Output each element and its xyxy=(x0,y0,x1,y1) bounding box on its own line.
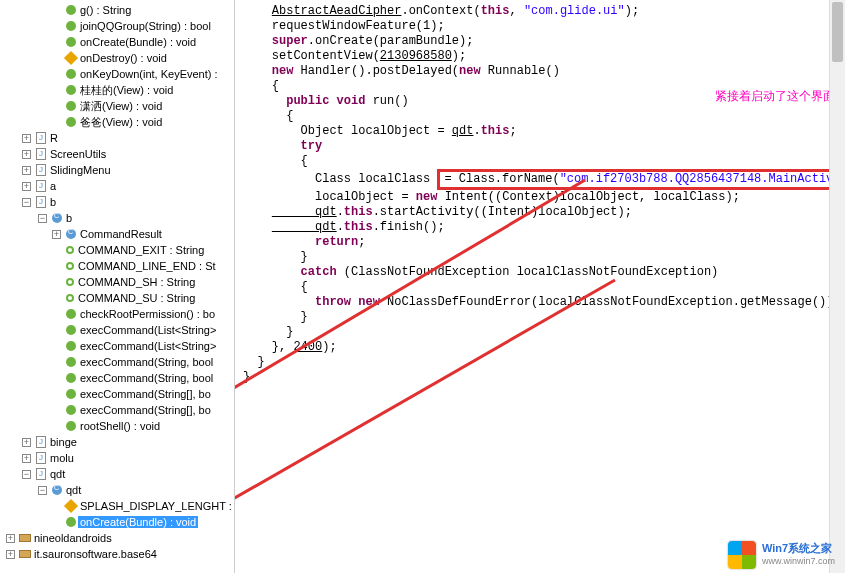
expand-icon[interactable]: + xyxy=(6,550,15,559)
tree-field-exit[interactable]: COMMAND_EXIT : String xyxy=(76,244,206,256)
annotation-text: 紧接着启动了这个界面 xyxy=(715,88,835,105)
tree-method-ondestroy[interactable]: onDestroy() : void xyxy=(78,52,169,64)
tree-exec1[interactable]: execCommand(List<String> xyxy=(78,324,218,336)
tree-method-cn2[interactable]: 潇洒(View) : void xyxy=(78,99,164,114)
collapse-icon[interactable]: − xyxy=(22,470,31,479)
tree-method-g[interactable]: g() : String xyxy=(78,4,133,16)
expand-icon[interactable]: + xyxy=(22,134,31,143)
method-icon xyxy=(66,341,76,351)
tree-method-cn1[interactable]: 桂桂的(View) : void xyxy=(78,83,175,98)
tree-commandresult[interactable]: CommandResult xyxy=(78,228,164,240)
java-file-icon xyxy=(36,452,46,464)
watermark-url: www.winwin7.com xyxy=(762,555,835,568)
java-file-icon xyxy=(36,196,46,208)
method-icon xyxy=(66,117,76,127)
tree-checkroot[interactable]: checkRootPermission() : bo xyxy=(78,308,217,320)
tree-exec4[interactable]: execCommand(String, bool xyxy=(78,372,215,384)
method-icon xyxy=(66,69,76,79)
java-file-icon xyxy=(36,436,46,448)
method-icon xyxy=(66,389,76,399)
expand-icon[interactable]: + xyxy=(22,150,31,159)
method-icon xyxy=(66,21,76,31)
java-file-icon xyxy=(36,132,46,144)
tree-exec3[interactable]: execCommand(String, bool xyxy=(78,356,215,368)
tree-binge[interactable]: binge xyxy=(48,436,79,448)
field-icon xyxy=(66,262,74,270)
watermark-title: Win7系统之家 xyxy=(762,542,835,555)
tree-class-a[interactable]: a xyxy=(48,180,58,192)
tree-class-screenutils[interactable]: ScreenUtils xyxy=(48,148,108,160)
expand-icon[interactable]: + xyxy=(22,166,31,175)
tree-field-sh[interactable]: COMMAND_SH : String xyxy=(76,276,197,288)
watermark: Win7系统之家 www.winwin7.com xyxy=(728,541,835,569)
tree-class-slidingmenu[interactable]: SlidingMenu xyxy=(48,164,113,176)
method-icon xyxy=(66,517,76,527)
method-icon xyxy=(66,405,76,415)
source-code[interactable]: AbstractAeadCipher.onContext(this, "com.… xyxy=(243,4,837,385)
vertical-scrollbar[interactable] xyxy=(829,0,845,573)
tree-innerclass-b[interactable]: b xyxy=(64,212,74,224)
method-icon xyxy=(66,421,76,431)
method-icon xyxy=(66,85,76,95)
tree-nineold[interactable]: nineoldandroids xyxy=(32,532,114,544)
tree-qdt[interactable]: qdt xyxy=(48,468,67,480)
tree-method-oncreate[interactable]: onCreate(Bundle) : void xyxy=(78,36,198,48)
field-icon xyxy=(66,278,74,286)
package-icon xyxy=(19,550,31,558)
class-icon xyxy=(52,485,62,495)
java-file-icon xyxy=(36,164,46,176)
tree-field-lineend[interactable]: COMMAND_LINE_END : St xyxy=(76,260,218,272)
expand-icon[interactable]: + xyxy=(22,438,31,447)
method-icon xyxy=(66,309,76,319)
collapse-icon[interactable]: − xyxy=(38,486,47,495)
java-file-icon xyxy=(36,148,46,160)
tree-splash[interactable]: SPLASH_DISPLAY_LENGHT : xyxy=(78,500,234,512)
expand-icon[interactable]: + xyxy=(6,534,15,543)
method-icon xyxy=(66,37,76,47)
java-file-icon xyxy=(36,180,46,192)
java-file-icon xyxy=(36,468,46,480)
tree-class-r[interactable]: R xyxy=(48,132,60,144)
field-icon xyxy=(66,294,74,302)
tree-method-joinqq[interactable]: joinQQGroup(String) : bool xyxy=(78,20,213,32)
method-icon xyxy=(66,325,76,335)
method-icon xyxy=(66,5,76,15)
tree-molu[interactable]: molu xyxy=(48,452,76,464)
method-icon xyxy=(66,101,76,111)
tree-oncreate-selected[interactable]: onCreate(Bundle) : void xyxy=(78,516,198,528)
tree-class-b[interactable]: b xyxy=(48,196,58,208)
field-icon xyxy=(66,246,74,254)
collapse-icon[interactable]: − xyxy=(38,214,47,223)
watermark-logo-icon xyxy=(728,541,756,569)
scrollbar-thumb[interactable] xyxy=(832,2,843,62)
method-protected-icon xyxy=(64,51,78,65)
tree-rootshell[interactable]: rootShell() : void xyxy=(78,420,162,432)
tree-method-onkeydown[interactable]: onKeyDown(int, KeyEvent) : xyxy=(78,68,220,80)
tree-qdt-class[interactable]: qdt xyxy=(64,484,83,496)
tree-exec5[interactable]: execCommand(String[], bo xyxy=(78,388,213,400)
tree-exec6[interactable]: execCommand(String[], bo xyxy=(78,404,213,416)
highlighted-classforname: = Class.forName("com.if2703b788.QQ285643… xyxy=(437,169,845,190)
expand-icon[interactable]: + xyxy=(52,230,61,239)
tree-exec2[interactable]: execCommand(List<String> xyxy=(78,340,218,352)
tree-sauron[interactable]: it.sauronsoftware.base64 xyxy=(32,548,159,560)
package-icon xyxy=(19,534,31,542)
method-icon xyxy=(66,373,76,383)
tree-method-cn3[interactable]: 爸爸(View) : void xyxy=(78,115,164,130)
code-editor[interactable]: AbstractAeadCipher.onContext(this, "com.… xyxy=(235,0,845,573)
collapse-icon[interactable]: − xyxy=(22,198,31,207)
package-explorer-tree[interactable]: g() : String joinQQGroup(String) : bool … xyxy=(0,0,235,573)
class-icon xyxy=(52,213,62,223)
method-icon xyxy=(66,357,76,367)
class-icon xyxy=(66,229,76,239)
expand-icon[interactable]: + xyxy=(22,454,31,463)
expand-icon[interactable]: + xyxy=(22,182,31,191)
field-static-icon xyxy=(64,499,78,513)
tree-field-su[interactable]: COMMAND_SU : String xyxy=(76,292,197,304)
